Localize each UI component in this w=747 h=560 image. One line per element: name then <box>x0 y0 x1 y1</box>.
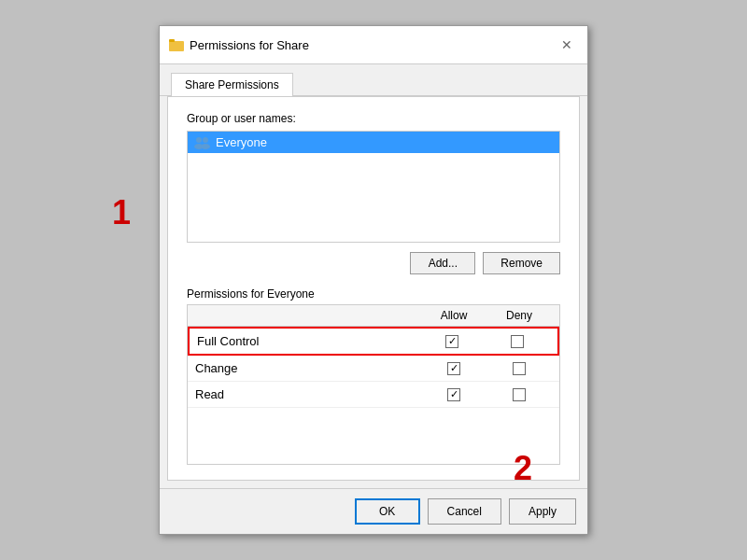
perm-row-read: Read <box>188 382 559 408</box>
permissions-empty-space <box>188 408 559 464</box>
user-list[interactable]: Everyone <box>187 131 560 243</box>
permissions-table: Allow Deny Full Control Change <box>187 304 560 465</box>
close-button[interactable]: ✕ <box>556 34 578 56</box>
deny-read-cell <box>486 388 552 401</box>
allow-change-checkbox[interactable] <box>447 362 460 375</box>
apply-button[interactable]: Apply <box>509 498 576 525</box>
tab-share-permissions[interactable]: Share Permissions <box>171 73 293 96</box>
remove-button[interactable]: Remove <box>483 252 560 274</box>
deny-read-checkbox[interactable] <box>513 388 526 401</box>
col-permission-label <box>195 309 421 322</box>
col-deny-header: Deny <box>486 309 552 322</box>
deny-full-control-cell <box>485 335 550 348</box>
deny-change-checkbox[interactable] <box>513 362 526 375</box>
svg-point-3 <box>196 137 202 143</box>
allow-read-cell <box>421 388 486 401</box>
perm-name-full-control: Full Control <box>197 334 419 348</box>
permissions-label: Permissions for Everyone <box>187 287 560 301</box>
cancel-button[interactable]: Cancel <box>428 498 501 525</box>
allow-full-control-checkbox[interactable] <box>445 335 458 348</box>
deny-change-cell <box>486 362 552 375</box>
user-name-everyone: Everyone <box>216 135 267 149</box>
dialog-title: Permissions for Share <box>190 38 309 52</box>
step1-annotation: 1 <box>112 193 131 232</box>
svg-point-6 <box>201 144 210 149</box>
allow-full-control-cell <box>419 335 485 348</box>
dialog-footer: OK Cancel Apply <box>160 488 587 534</box>
permissions-dialog: Permissions for Share ✕ Share Permission… <box>159 25 588 535</box>
perm-row-change: Change <box>188 356 559 382</box>
users-section-label: Group or user names: <box>187 112 560 125</box>
dialog-body: Group or user names: Everyone <box>167 96 580 481</box>
add-remove-row: Add... Remove <box>187 252 560 274</box>
title-bar-left: Permissions for Share <box>169 37 309 52</box>
allow-read-checkbox[interactable] <box>447 388 460 401</box>
col-allow-header: Allow <box>421 309 486 322</box>
tab-bar: Share Permissions <box>160 64 587 96</box>
allow-change-cell <box>421 362 486 375</box>
user-item-everyone[interactable]: Everyone <box>188 132 559 153</box>
add-button[interactable]: Add... <box>410 252 475 274</box>
ok-button[interactable]: OK <box>355 498 420 525</box>
perm-name-read: Read <box>195 387 421 401</box>
perm-row-full-control: Full Control <box>188 327 559 356</box>
perm-name-change: Change <box>195 361 421 375</box>
svg-point-5 <box>203 137 208 143</box>
svg-rect-2 <box>169 39 175 42</box>
folder-icon <box>169 37 184 52</box>
deny-full-control-checkbox[interactable] <box>511 335 524 348</box>
title-bar: Permissions for Share ✕ <box>160 26 587 64</box>
users-icon <box>193 136 210 149</box>
permissions-header: Allow Deny <box>188 305 559 327</box>
